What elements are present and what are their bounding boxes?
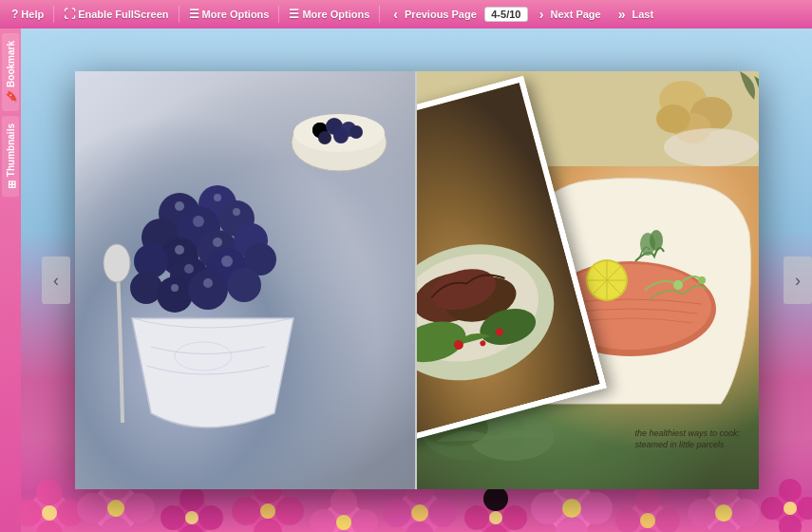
toolbar: ? Help ⛶ Enable FullScreen ☰ More Option… <box>0 0 812 28</box>
next-arrow-icon: › <box>536 5 548 24</box>
svg-point-1 <box>36 479 63 505</box>
last-page-button[interactable]: » Last <box>609 3 659 26</box>
svg-point-96 <box>175 245 184 255</box>
prev-page-button[interactable]: ‹ Previous Page <box>384 3 482 26</box>
svg-point-65 <box>784 502 797 515</box>
options-icon-1: ☰ <box>189 8 199 21</box>
svg-point-93 <box>214 194 221 201</box>
svg-point-58 <box>731 499 760 527</box>
svg-point-17 <box>185 511 198 524</box>
bowl-svg <box>282 90 396 176</box>
svg-point-72 <box>318 131 331 144</box>
svg-point-94 <box>193 216 204 227</box>
svg-point-101 <box>203 278 213 288</box>
left-chevron-icon: ‹ <box>53 271 59 291</box>
svg-point-23 <box>260 504 275 519</box>
svg-point-129 <box>650 230 663 251</box>
spoon-svg <box>85 242 161 432</box>
sidebar: 🔖 Bookmark ⊞ Thumbnails <box>0 28 21 532</box>
svg-point-98 <box>184 264 194 274</box>
svg-point-90 <box>188 270 228 310</box>
options-icon-2: ☰ <box>289 8 299 21</box>
svg-point-46 <box>580 492 613 524</box>
svg-point-35 <box>411 504 428 522</box>
right-nav-arrow[interactable]: › <box>784 256 812 304</box>
last-icon: » <box>614 5 630 24</box>
svg-point-63 <box>761 497 784 520</box>
svg-point-11 <box>107 500 124 517</box>
bookmark-icon: 🔖 <box>5 91 17 104</box>
left-page <box>75 71 417 489</box>
svg-point-47 <box>562 499 581 518</box>
svg-point-59 <box>715 504 732 522</box>
svg-point-10 <box>124 493 155 523</box>
svg-point-91 <box>227 268 261 302</box>
svg-point-103 <box>104 244 130 282</box>
separator <box>379 6 380 23</box>
main-content: the healthiest ways to cook: steamed in … <box>21 28 812 532</box>
svg-point-25 <box>330 488 357 515</box>
svg-point-21 <box>232 497 260 525</box>
svg-point-108 <box>656 104 690 133</box>
svg-point-52 <box>655 508 680 532</box>
book-spread: the healthiest ways to cook: steamed in … <box>75 71 759 489</box>
more-options-button-1[interactable]: ☰ More Options <box>183 6 275 23</box>
caption-text: the healthiest ways to cook: steamed in … <box>635 428 749 451</box>
svg-point-57 <box>688 499 716 527</box>
svg-point-9 <box>77 493 107 523</box>
svg-point-15 <box>161 505 185 530</box>
separator <box>278 6 279 23</box>
svg-point-39 <box>464 505 489 530</box>
svg-point-53 <box>640 513 655 528</box>
fullscreen-button[interactable]: ⛶ Enable FullScreen <box>58 6 174 23</box>
bookmark-tab[interactable]: 🔖 Bookmark <box>2 33 19 111</box>
separator <box>53 6 54 23</box>
thumbnails-tab[interactable]: ⊞ Thumbnails <box>2 116 19 197</box>
svg-point-89 <box>157 276 193 313</box>
svg-point-61 <box>779 479 802 502</box>
svg-point-41 <box>489 511 502 524</box>
svg-point-45 <box>531 492 563 524</box>
right-chevron-icon: › <box>795 271 801 291</box>
svg-point-40 <box>502 505 527 530</box>
svg-point-131 <box>698 276 706 284</box>
left-nav-arrow[interactable]: ‹ <box>42 256 70 304</box>
svg-point-99 <box>221 256 233 267</box>
svg-point-16 <box>198 505 223 530</box>
svg-point-33 <box>383 499 411 527</box>
svg-point-92 <box>175 201 184 211</box>
svg-point-74 <box>349 125 363 139</box>
svg-point-49 <box>635 488 660 513</box>
thumbnails-icon: ⊞ <box>5 180 17 189</box>
page-indicator-input[interactable] <box>484 7 528 22</box>
svg-point-5 <box>42 505 57 521</box>
separator <box>179 6 179 23</box>
svg-point-22 <box>275 497 304 525</box>
svg-point-97 <box>213 238 222 247</box>
svg-point-13 <box>179 486 204 511</box>
help-icon: ? <box>11 8 18 21</box>
svg-point-73 <box>333 128 349 143</box>
help-button[interactable]: ? Help <box>6 6 49 23</box>
fullscreen-icon: ⛶ <box>64 8 75 21</box>
more-options-button-2[interactable]: ☰ More Options <box>283 6 375 23</box>
right-page: the healthiest ways to cook: steamed in … <box>417 71 759 489</box>
prev-arrow-icon: ‹ <box>389 5 402 24</box>
svg-point-100 <box>171 284 179 292</box>
bowl-area <box>282 90 396 176</box>
svg-point-95 <box>233 208 240 216</box>
svg-point-37 <box>483 486 508 511</box>
svg-point-34 <box>428 499 457 527</box>
svg-point-130 <box>673 280 683 290</box>
next-page-button[interactable]: › Next Page <box>530 3 607 26</box>
svg-point-29 <box>336 515 351 530</box>
svg-point-109 <box>664 128 759 166</box>
svg-point-51 <box>615 508 640 532</box>
